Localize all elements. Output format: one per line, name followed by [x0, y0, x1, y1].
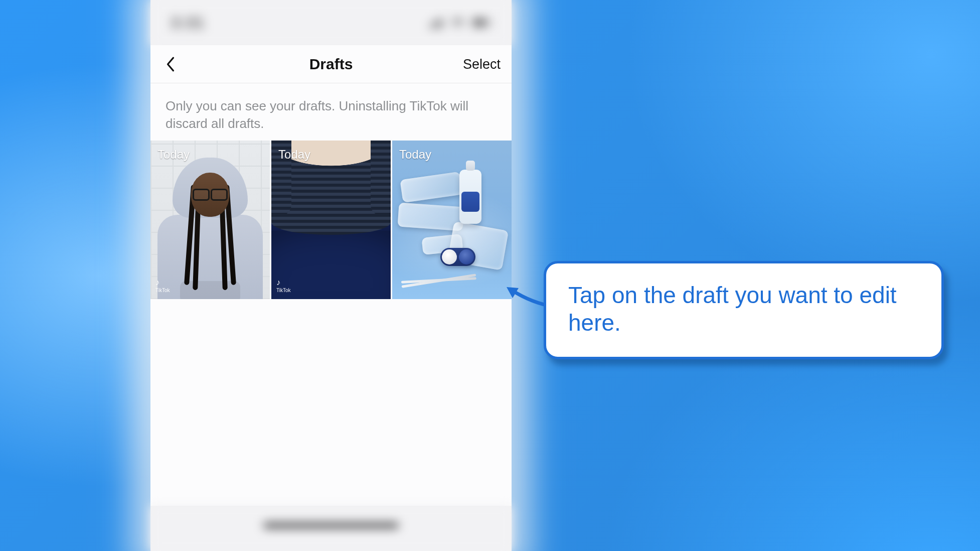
svg-rect-2 — [436, 21, 439, 28]
tiktok-logo-icon: ♪ — [276, 278, 291, 287]
phone-frame: 3:31 Drafts Select Only you can see your… — [150, 0, 512, 551]
draft-day-label: Today — [278, 148, 310, 162]
thumbnail-art — [150, 141, 270, 299]
page-title: Drafts — [309, 56, 353, 73]
svg-rect-0 — [429, 25, 432, 28]
tiktok-logo-icon: ♪ — [155, 278, 170, 287]
wifi-icon — [451, 18, 464, 28]
watermark-app-name: TikTok — [155, 288, 170, 293]
callout-text: Tap on the draft you want to edit here. — [568, 282, 897, 336]
draft-thumbnail[interactable]: Today ♪ TikTok — [271, 141, 391, 299]
svg-rect-1 — [433, 23, 435, 28]
home-indicator — [263, 523, 399, 528]
select-button[interactable]: Select — [463, 56, 501, 72]
nav-bar: Drafts Select — [150, 45, 512, 83]
drafts-grid: Today ♪ TikTok Today — [150, 141, 512, 299]
svg-point-4 — [457, 25, 459, 27]
tiktok-watermark: ♪ TikTok — [276, 278, 291, 294]
chevron-left-icon — [165, 55, 176, 73]
svg-rect-7 — [489, 21, 491, 24]
instruction-callout: Tap on the draft you want to edit here. — [544, 261, 944, 359]
battery-icon — [472, 18, 492, 28]
svg-rect-6 — [474, 20, 485, 25]
draft-thumbnail[interactable]: Today — [392, 141, 512, 299]
draft-thumbnail[interactable]: Today ♪ TikTok — [150, 141, 270, 299]
tutorial-slide: 3:31 Drafts Select Only you can see your… — [0, 0, 980, 551]
status-bar: 3:31 — [150, 0, 512, 45]
watermark-app-name: TikTok — [276, 288, 291, 293]
draft-day-label: Today — [399, 148, 431, 162]
drafts-info-text: Only you can see your drafts. Uninstalli… — [150, 83, 512, 141]
thumbnail-art — [392, 141, 512, 299]
draft-day-label: Today — [157, 148, 190, 162]
signal-icon — [429, 18, 443, 28]
home-indicator-area — [150, 506, 512, 551]
svg-rect-3 — [440, 19, 442, 28]
drafts-screen: Drafts Select Only you can see your draf… — [150, 45, 512, 506]
back-button[interactable] — [159, 53, 182, 75]
status-time: 3:31 — [171, 14, 205, 32]
status-indicators — [429, 18, 492, 28]
tiktok-watermark: ♪ TikTok — [155, 278, 170, 294]
